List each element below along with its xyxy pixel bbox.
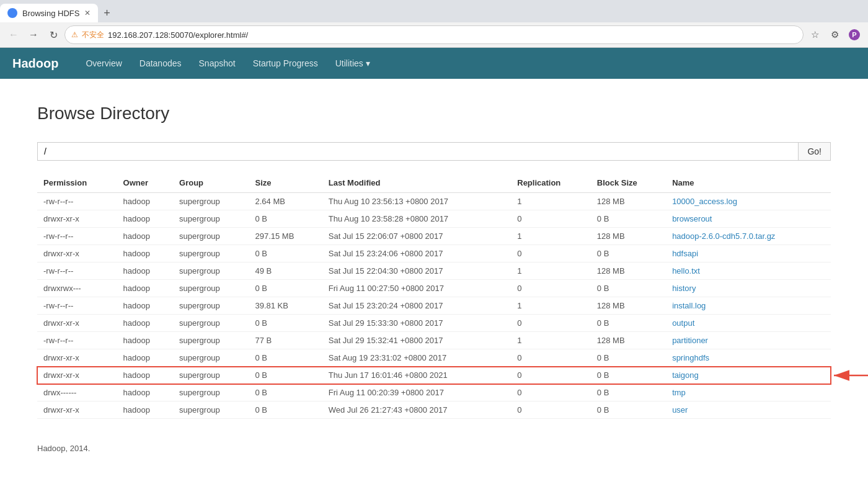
file-link[interactable]: history xyxy=(672,284,696,293)
table-cell: Sat Jul 15 22:06:07 +0800 2017 xyxy=(322,228,512,245)
file-link[interactable]: springhdfs xyxy=(672,353,709,362)
file-link[interactable]: user xyxy=(672,405,688,415)
table-cell: hadoop xyxy=(117,402,173,419)
table-cell: hadoop xyxy=(117,193,173,210)
table-cell: hadoop xyxy=(117,210,173,228)
table-cell: hadoop xyxy=(117,297,173,315)
col-owner: Owner xyxy=(117,173,173,193)
table-cell: 0 B xyxy=(591,245,666,262)
address-text: 192.168.207.128:50070/explorer.html#/ xyxy=(108,30,797,40)
address-bar[interactable]: ⚠ 不安全 192.168.207.128:50070/explorer.htm… xyxy=(64,25,804,44)
forward-button[interactable]: → xyxy=(25,26,42,43)
table-cell: hadoop xyxy=(117,332,173,349)
table-body: -rw-r--r--hadoopsupergroup2.64 MBThu Aug… xyxy=(37,193,831,419)
tab-title: Browsing HDFS xyxy=(22,9,79,18)
table-cell: 0 B xyxy=(591,402,666,419)
table-cell: 128 MB xyxy=(591,262,666,280)
file-link[interactable]: hello.txt xyxy=(672,266,700,276)
table-cell: Thu Jun 17 16:01:46 +0800 2021 xyxy=(322,367,512,384)
path-form: Go! xyxy=(37,142,831,161)
file-name-cell[interactable]: 10000_access.log xyxy=(666,193,831,210)
table-row: -rw-r--r--hadoopsupergroup2.64 MBThu Aug… xyxy=(37,193,831,210)
nav-snapshot[interactable]: Snapshot xyxy=(190,48,244,79)
table-row: -rw-r--r--hadoopsupergroup49 BSat Jul 15… xyxy=(37,262,831,280)
table-cell: -rw-r--r-- xyxy=(37,262,117,280)
table-row: drwxr-xr-xhadoopsupergroup0 BSat Jul 15 … xyxy=(37,245,831,262)
table-cell: 0 B xyxy=(591,280,666,297)
svg-point-0 xyxy=(9,10,16,16)
col-permission: Permission xyxy=(37,173,117,193)
table-cell: 77 B xyxy=(249,332,322,349)
file-name-cell[interactable]: partitioner xyxy=(666,332,831,349)
table-cell: hadoop xyxy=(117,367,173,384)
table-cell: supergroup xyxy=(173,245,249,262)
col-size: Size xyxy=(249,173,322,193)
col-replication: Replication xyxy=(511,173,591,193)
col-last-modified: Last Modified xyxy=(322,173,512,193)
file-name-cell[interactable]: history xyxy=(666,280,831,297)
table-cell: 0 xyxy=(511,349,591,367)
footer: Hadoop, 2014. xyxy=(37,444,831,453)
file-link[interactable]: install.log xyxy=(672,301,706,310)
table-cell: Sat Aug 19 23:31:02 +0800 2017 xyxy=(322,349,512,367)
file-link[interactable]: 10000_access.log xyxy=(672,197,737,206)
file-name-cell[interactable]: browserout xyxy=(666,210,831,228)
go-button[interactable]: Go! xyxy=(799,142,831,161)
table-cell: Fri Aug 11 00:27:50 +0800 2017 xyxy=(322,280,512,297)
file-name-cell[interactable]: hadoop-2.6.0-cdh5.7.0.tar.gz xyxy=(666,228,831,245)
file-name-cell[interactable]: install.log xyxy=(666,297,831,315)
table-cell: -rw-r--r-- xyxy=(37,297,117,315)
bookmark-button[interactable]: ☆ xyxy=(806,26,823,43)
table-cell: 1 xyxy=(511,332,591,349)
table-row: -rw-r--r--hadoopsupergroup77 BSat Jul 29… xyxy=(37,332,831,349)
table-cell: supergroup xyxy=(173,384,249,402)
file-link[interactable]: tmp xyxy=(672,388,686,397)
table-cell: 0 xyxy=(511,315,591,332)
file-link[interactable]: partitioner xyxy=(672,336,708,345)
nav-datanodes[interactable]: Datanodes xyxy=(131,48,190,79)
file-name-cell[interactable]: user xyxy=(666,402,831,419)
table-cell: 128 MB xyxy=(591,332,666,349)
table-cell: 0 B xyxy=(591,384,666,402)
file-name-cell[interactable]: output xyxy=(666,315,831,332)
table-cell: 0 xyxy=(511,245,591,262)
utilities-button[interactable]: Utilities ▾ xyxy=(327,48,379,79)
file-link[interactable]: output xyxy=(672,318,694,328)
file-link[interactable]: browserout xyxy=(672,214,712,223)
tab-close-button[interactable]: ✕ xyxy=(84,9,91,17)
file-name-cell[interactable]: taigong xyxy=(666,367,831,384)
utilities-caret: ▾ xyxy=(366,58,370,68)
table-cell: 128 MB xyxy=(591,228,666,245)
table-cell: 0 B xyxy=(591,210,666,228)
file-name-cell[interactable]: hello.txt xyxy=(666,262,831,280)
table-cell: 0 B xyxy=(249,349,322,367)
table-cell: supergroup xyxy=(173,280,249,297)
user-button[interactable]: P xyxy=(846,26,863,43)
table-cell: supergroup xyxy=(173,315,249,332)
table-cell: 0 B xyxy=(249,280,322,297)
table-header: Permission Owner Group Size Last Modifie… xyxy=(37,173,831,193)
col-group: Group xyxy=(173,173,249,193)
path-input[interactable] xyxy=(37,142,799,161)
file-link[interactable]: hdfsapi xyxy=(672,249,698,258)
extensions-button[interactable]: ⚙ xyxy=(826,26,843,43)
file-link[interactable]: hadoop-2.6.0-cdh5.7.0.tar.gz xyxy=(672,231,775,241)
file-link[interactable]: taigong xyxy=(672,370,699,380)
nav-overview[interactable]: Overview xyxy=(77,48,130,79)
reload-button[interactable]: ↻ xyxy=(45,26,62,43)
file-name-cell[interactable]: tmp xyxy=(666,384,831,402)
new-tab-button[interactable]: + xyxy=(98,4,115,22)
tab-favicon xyxy=(7,8,17,18)
back-button[interactable]: ← xyxy=(5,26,22,43)
table-row: drwx------hadoopsupergroup0 BFri Aug 11 … xyxy=(37,384,831,402)
table-cell: 0 B xyxy=(249,315,322,332)
file-name-cell[interactable]: springhdfs xyxy=(666,349,831,367)
table-cell: 0 B xyxy=(249,384,322,402)
nav-startup-progress[interactable]: Startup Progress xyxy=(244,48,327,79)
security-badge: ⚠ xyxy=(71,30,78,39)
table-cell: -rw-r--r-- xyxy=(37,332,117,349)
file-name-cell[interactable]: hdfsapi xyxy=(666,245,831,262)
hadoop-navbar: Hadoop Overview Datanodes Snapshot Start… xyxy=(0,48,868,79)
table-cell: supergroup xyxy=(173,193,249,210)
table-cell: drwxr-xr-x xyxy=(37,315,117,332)
